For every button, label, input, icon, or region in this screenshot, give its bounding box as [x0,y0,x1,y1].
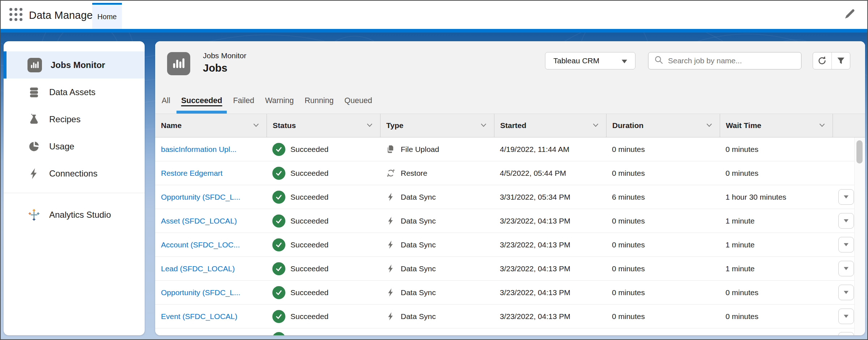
status-badge: Succeeded [290,264,328,273]
sidebar-item-label: Recipes [49,114,81,124]
search-input[interactable] [667,56,796,65]
job-type-cell: Data Sync [380,216,494,226]
row-actions-button[interactable] [838,213,854,229]
sidebar-item-analytics-studio[interactable]: Analytics Studio [4,201,145,228]
job-type-label: Data Sync [401,312,436,321]
job-name-link[interactable]: Opportunity (SFDC_L... [161,193,240,201]
tableau-icon [27,208,41,221]
job-name-link[interactable]: Asset (SFDC_LOCAL) [161,217,237,225]
job-name-link[interactable]: Restore Edgemart [161,169,222,178]
row-actions-button[interactable] [838,285,854,300]
jobs-monitor-icon [167,52,190,75]
job-wait-cell: 1 hour 30 minutes [720,193,833,201]
chevron-down-icon[interactable] [817,120,827,131]
sidebar: Jobs MonitorData AssetsRecipesUsageConne… [4,41,145,335]
job-wait-cell: 1 minute [720,217,833,225]
sidebar-divider [4,193,145,193]
refresh-button[interactable] [813,52,831,69]
job-name-cell: Event (SFDC_LOCAL) [155,312,267,321]
column-header-type[interactable]: Type [380,114,494,137]
job-started-cell: 3/23/2022, 04:13 PM [494,217,606,225]
job-type-cell: Data Sync [380,264,494,273]
job-name-link[interactable]: basicInformation Upl... [161,145,237,154]
column-header-label: Wait Time [726,121,761,130]
sidebar-item-data-assets[interactable]: Data Assets [4,78,145,106]
table-row: Asset (SFDC_LOCAL)SucceededData Sync3/23… [155,209,854,233]
chevron-down-icon[interactable] [591,120,600,131]
tab-home[interactable]: Home [92,3,122,29]
job-duration-cell [606,328,720,332]
chevron-down-icon[interactable] [365,120,374,131]
triangle-down-icon [844,218,848,224]
success-check-icon [272,167,285,180]
job-wait-cell: 0 minutes [720,312,833,321]
table-row: basicInformation Upl...SucceededFile Upl… [155,137,854,161]
success-check-icon [272,191,285,204]
filter-button[interactable] [831,52,850,69]
tab-succeeded[interactable]: Succeeded [176,88,228,114]
chevron-down-icon[interactable] [251,120,261,131]
sidebar-item-usage[interactable]: Usage [4,133,145,160]
sidebar-item-connections[interactable]: Connections [4,160,145,187]
job-name-link[interactable]: Opportunity (SFDC_L... [161,288,240,297]
job-type-cell: Restore [380,168,494,178]
data-sync-icon [386,216,396,226]
brand-divider [1,29,867,33]
tab-queued[interactable]: Queued [339,88,378,114]
app-selector-dropdown[interactable]: Tableau CRM [545,52,635,69]
tab-warning[interactable]: Warning [260,88,299,114]
sidebar-item-jobs-monitor[interactable]: Jobs Monitor [4,51,145,78]
restore-icon [386,168,396,178]
job-name-cell: Account (SFDC_LOC... [155,241,267,249]
job-name-cell: Asset (SFDC_LOCAL) [155,217,267,225]
triangle-down-icon [844,266,848,271]
data-sync-icon [386,288,396,297]
tab-failed[interactable]: Failed [227,88,260,114]
file-upload-icon [386,144,396,154]
column-header-started[interactable]: Started [494,114,606,137]
table-row: Account (SFDC_LOC...SucceededData Sync3/… [155,233,854,257]
row-actions-button[interactable] [838,237,854,252]
sidebar-item-label: Analytics Studio [49,210,111,220]
job-started-cell: 3/23/2022, 04:13 PM [494,264,606,273]
search-icon [654,55,664,67]
job-name-link[interactable]: Lead (SFDC_LOCAL) [161,264,235,273]
sidebar-item-label: Usage [49,141,74,152]
panel-header: Jobs Monitor Jobs Tableau CRM [155,41,865,114]
chevron-down-icon[interactable] [705,120,714,131]
global-header: Data Manager Home [1,1,867,29]
success-check-icon [272,310,285,323]
job-duration-cell: 0 minutes [606,288,720,297]
column-header-wait-time[interactable]: Wait Time [720,114,833,137]
triangle-down-icon [844,290,848,295]
data-sync-icon [386,311,396,321]
sidebar-item-recipes[interactable]: Recipes [4,106,145,133]
status-badge: Succeeded [290,217,328,225]
app-launcher-icon[interactable] [9,8,24,22]
success-check-icon [272,143,285,156]
job-actions-cell [833,237,854,252]
tab-running[interactable]: Running [299,88,339,114]
vertical-scrollbar[interactable] [854,137,865,335]
scrollbar-thumb[interactable] [856,140,863,163]
row-actions-button[interactable] [838,332,854,335]
column-header-name[interactable]: Name [155,114,267,137]
row-actions-button[interactable] [838,261,854,276]
row-actions-button[interactable] [838,309,854,324]
column-header-duration[interactable]: Duration [606,114,720,137]
column-header-status[interactable]: Status [267,114,380,137]
job-status-cell: Succeeded [267,310,380,323]
row-actions-button[interactable] [838,189,854,205]
sidebar-footer-nav: Analytics Studio [4,201,145,228]
job-name-link[interactable]: Account (SFDC_LOC... [161,241,240,249]
job-started-cell: 4/19/2022, 11:44 AM [494,145,606,154]
job-started-cell: 4/5/2022, 05:44 PM [494,169,606,178]
status-badge: Succeeded [290,169,328,178]
job-actions-cell [833,189,854,205]
triangle-down-icon [844,242,848,247]
chevron-down-icon[interactable] [479,120,488,131]
job-name-link[interactable]: Event (SFDC_LOCAL) [161,312,237,321]
table-body: basicInformation Upl...SucceededFile Upl… [155,137,854,335]
edit-pencil-icon[interactable] [843,8,856,20]
tab-all[interactable]: All [161,88,176,114]
